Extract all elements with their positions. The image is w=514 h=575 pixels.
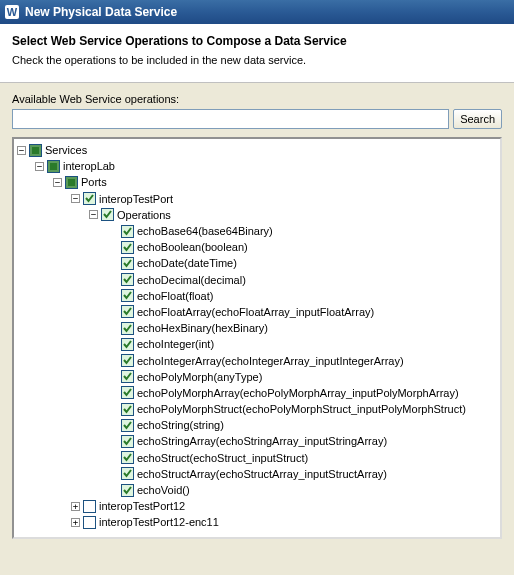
checkbox-icon[interactable]	[121, 354, 134, 367]
tree-node-operation[interactable]: echoPolyMorphStruct(echoPolyMorphStruct_…	[17, 401, 497, 417]
checkbox-icon[interactable]	[121, 451, 134, 464]
page-title: Select Web Service Operations to Compose…	[12, 34, 502, 48]
tree-node-interoptestport12-enc11[interactable]: + interopTestPort12-enc11	[17, 514, 497, 530]
collapse-icon[interactable]: −	[35, 162, 44, 171]
checkbox-icon[interactable]	[121, 467, 134, 480]
checkbox-icon[interactable]	[101, 208, 114, 221]
tree-label: echoVoid()	[137, 484, 190, 496]
checkbox-icon[interactable]	[121, 289, 134, 302]
search-button[interactable]: Search	[453, 109, 502, 129]
tree-node-services[interactable]: − Services	[17, 142, 497, 158]
checkbox-icon[interactable]	[121, 419, 134, 432]
page-description: Check the operations to be included in t…	[12, 54, 502, 66]
tree-node-operation[interactable]: echoFloat(float)	[17, 288, 497, 304]
checkbox-icon[interactable]	[121, 225, 134, 238]
checkbox-icon[interactable]	[121, 403, 134, 416]
tree-node-operation[interactable]: echoPolyMorphArray(echoPolyMorphArray_in…	[17, 385, 497, 401]
checkbox-icon[interactable]	[121, 370, 134, 383]
checkbox-icon[interactable]	[65, 176, 78, 189]
checkbox-icon[interactable]	[29, 144, 42, 157]
tree-node-operation[interactable]: echoHexBinary(hexBinary)	[17, 320, 497, 336]
tree-label: echoStringArray(echoStringArray_inputStr…	[137, 435, 387, 447]
tree-node-operation[interactable]: echoVoid()	[17, 482, 497, 498]
checkbox-icon[interactable]	[121, 257, 134, 270]
window-title: New Physical Data Service	[25, 5, 177, 19]
tree-node-interoptestport12[interactable]: + interopTestPort12	[17, 498, 497, 514]
tree-label: echoHexBinary(hexBinary)	[137, 322, 268, 334]
checkbox-icon[interactable]	[121, 322, 134, 335]
tree-node-operation[interactable]: echoInteger(int)	[17, 336, 497, 352]
operations-tree: − Services − interopLab − Ports	[17, 142, 497, 531]
tree-node-operation[interactable]: echoStruct(echoStruct_inputStruct)	[17, 450, 497, 466]
operations-label: Available Web Service operations:	[12, 93, 502, 105]
checkbox-icon[interactable]	[121, 241, 134, 254]
tree-node-operation[interactable]: echoDecimal(decimal)	[17, 272, 497, 288]
tree-node-operation[interactable]: echoFloatArray(echoFloatArray_inputFloat…	[17, 304, 497, 320]
tree-label: echoPolyMorphArray(echoPolyMorphArray_in…	[137, 387, 459, 399]
search-input[interactable]	[12, 109, 449, 129]
tree-label: Operations	[117, 209, 171, 221]
tree-label: echoPolyMorphStruct(echoPolyMorphStruct_…	[137, 403, 466, 415]
checkbox-icon[interactable]	[83, 192, 96, 205]
tree-node-operation[interactable]: echoBoolean(boolean)	[17, 239, 497, 255]
tree-label: echoStructArray(echoStructArray_inputStr…	[137, 468, 387, 480]
checkbox-icon[interactable]	[83, 500, 96, 513]
wizard-header: Select Web Service Operations to Compose…	[0, 24, 514, 83]
titlebar: W New Physical Data Service	[0, 0, 514, 24]
collapse-icon[interactable]: −	[53, 178, 62, 187]
svg-text:W: W	[7, 6, 18, 18]
tree-label: echoIntegerArray(echoIntegerArray_inputI…	[137, 355, 404, 367]
collapse-icon[interactable]: −	[17, 146, 26, 155]
tree-node-ports[interactable]: − Ports	[17, 174, 497, 190]
content-area: Available Web Service operations: Search…	[0, 83, 514, 570]
checkbox-icon[interactable]	[83, 516, 96, 529]
app-icon: W	[4, 4, 20, 20]
tree-label: echoPolyMorph(anyType)	[137, 371, 262, 383]
tree-node-operation[interactable]: echoStringArray(echoStringArray_inputStr…	[17, 433, 497, 449]
tree-label: interopTestPort12-enc11	[99, 516, 219, 528]
search-row: Search	[12, 109, 502, 129]
tree-label: interopLab	[63, 160, 115, 172]
tree-label: Services	[45, 144, 87, 156]
tree-node-operation[interactable]: echoDate(dateTime)	[17, 255, 497, 271]
tree-label: echoBase64(base64Binary)	[137, 225, 273, 237]
tree-node-interoptestport[interactable]: − interopTestPort	[17, 191, 497, 207]
checkbox-icon[interactable]	[121, 273, 134, 286]
checkbox-icon[interactable]	[121, 338, 134, 351]
expand-icon[interactable]: +	[71, 518, 80, 527]
tree-node-operation[interactable]: echoBase64(base64Binary)	[17, 223, 497, 239]
expand-icon[interactable]: +	[71, 502, 80, 511]
tree-label: interopTestPort	[99, 193, 173, 205]
checkbox-icon[interactable]	[121, 484, 134, 497]
tree-node-interoplab[interactable]: − interopLab	[17, 158, 497, 174]
checkbox-icon[interactable]	[121, 386, 134, 399]
tree-label: echoFloatArray(echoFloatArray_inputFloat…	[137, 306, 374, 318]
tree-panel[interactable]: − Services − interopLab − Ports	[12, 137, 502, 539]
tree-label: interopTestPort12	[99, 500, 185, 512]
tree-label: echoString(string)	[137, 419, 224, 431]
tree-label: echoStruct(echoStruct_inputStruct)	[137, 452, 308, 464]
collapse-icon[interactable]: −	[71, 194, 80, 203]
tree-label: echoDate(dateTime)	[137, 257, 237, 269]
tree-node-operation[interactable]: echoStructArray(echoStructArray_inputStr…	[17, 466, 497, 482]
tree-node-operation[interactable]: echoPolyMorph(anyType)	[17, 369, 497, 385]
tree-node-operation[interactable]: echoString(string)	[17, 417, 497, 433]
checkbox-icon[interactable]	[121, 305, 134, 318]
collapse-icon[interactable]: −	[89, 210, 98, 219]
tree-label: echoDecimal(decimal)	[137, 274, 246, 286]
tree-label: echoInteger(int)	[137, 338, 214, 350]
tree-node-operation[interactable]: echoIntegerArray(echoIntegerArray_inputI…	[17, 352, 497, 368]
checkbox-icon[interactable]	[121, 435, 134, 448]
tree-node-operations[interactable]: − Operations	[17, 207, 497, 223]
tree-label: echoBoolean(boolean)	[137, 241, 248, 253]
tree-label: Ports	[81, 176, 107, 188]
tree-label: echoFloat(float)	[137, 290, 213, 302]
checkbox-icon[interactable]	[47, 160, 60, 173]
